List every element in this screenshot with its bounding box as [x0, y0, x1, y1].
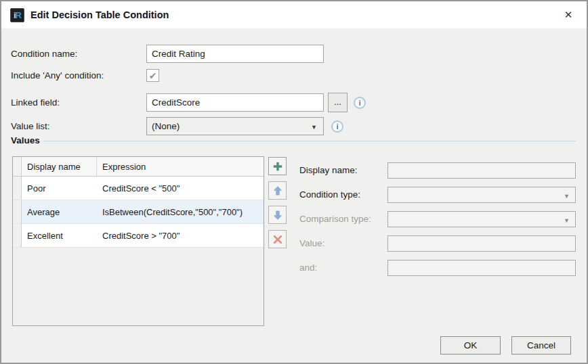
plus-icon: [272, 161, 283, 172]
cancel-button[interactable]: Cancel: [511, 336, 571, 355]
linked-field-browse-button[interactable]: ...: [328, 93, 348, 112]
ok-button[interactable]: OK: [440, 336, 501, 355]
edit-decision-table-condition-dialog: iR Edit Decision Table Condition ✕ Condi…: [0, 0, 588, 364]
detail-value-input[interactable]: [387, 235, 576, 252]
detail-value-label: Value:: [299, 235, 324, 252]
include-any-label: Include 'Any' condition:: [11, 69, 104, 82]
values-section-title: Values: [11, 135, 40, 145]
cell-display-name: Average: [22, 200, 97, 223]
linked-field-info-icon[interactable]: i: [354, 97, 366, 109]
detail-display-name-label: Display name:: [299, 162, 358, 179]
detail-comparison-type-label: Comparison type:: [299, 211, 371, 227]
table-row[interactable]: Poor CreditScore < "500": [13, 177, 264, 200]
cell-display-name: Excellent: [22, 224, 97, 247]
cell-expression: CreditScore > "700": [97, 224, 264, 247]
detail-comparison-type-dropdown[interactable]: ▼: [387, 211, 576, 227]
dialog-title: Edit Decision Table Condition: [30, 1, 169, 28]
chevron-down-icon: ▼: [311, 124, 317, 131]
detail-condition-type-label: Condition type:: [299, 187, 360, 203]
delete-x-icon: [272, 234, 283, 245]
delete-value-button[interactable]: [268, 230, 287, 248]
values-table[interactable]: Display name Expression Poor CreditScore…: [12, 156, 264, 326]
move-value-down-button[interactable]: [268, 206, 287, 224]
arrow-up-icon: [272, 185, 283, 196]
condition-name-label: Condition name:: [11, 45, 77, 63]
detail-and-input[interactable]: [387, 260, 576, 276]
detail-and-label: and:: [299, 260, 317, 276]
dialog-content: Condition name: Include 'Any' condition:…: [1, 28, 587, 363]
condition-name-input[interactable]: [146, 45, 324, 63]
check-icon: ✔: [149, 71, 157, 81]
chevron-down-icon: ▼: [564, 217, 570, 224]
title-bar: iR Edit Decision Table Condition ✕: [1, 1, 587, 28]
linked-field-input[interactable]: [146, 93, 324, 112]
value-list-info-icon[interactable]: i: [331, 120, 343, 133]
add-value-button[interactable]: [268, 157, 287, 175]
table-row[interactable]: Excellent CreditScore > "700": [13, 224, 264, 248]
detail-display-name-input[interactable]: [387, 162, 576, 179]
move-value-up-button[interactable]: [268, 181, 287, 200]
value-list-label: Value list:: [11, 117, 50, 135]
cell-expression: IsBetween(CreditScore,"500","700"): [97, 200, 264, 223]
cell-expression: CreditScore < "500": [97, 177, 264, 200]
cell-display-name: Poor: [22, 177, 97, 200]
column-header-display-name[interactable]: Display name: [22, 157, 97, 176]
linked-field-label: Linked field:: [11, 93, 60, 112]
value-list-dropdown[interactable]: (None) ▼: [146, 117, 324, 135]
include-any-checkbox[interactable]: ✔: [146, 69, 159, 82]
row-selector-header: [13, 157, 22, 176]
row-selector[interactable]: [13, 200, 22, 223]
close-icon[interactable]: ✕: [557, 1, 580, 28]
detail-condition-type-dropdown[interactable]: ▼: [387, 187, 576, 203]
table-row-selected[interactable]: Average IsBetween(CreditScore,"500","700…: [13, 200, 264, 224]
chevron-down-icon: ▼: [564, 193, 570, 200]
values-table-header: Display name Expression: [13, 157, 264, 177]
row-selector[interactable]: [13, 177, 22, 200]
values-section-divider: [43, 141, 576, 141]
value-list-selected-value: (None): [152, 121, 180, 131]
app-logo-icon: iR: [10, 8, 24, 22]
row-selector[interactable]: [13, 224, 22, 247]
arrow-down-icon: [272, 210, 283, 221]
column-header-expression[interactable]: Expression: [97, 157, 264, 176]
